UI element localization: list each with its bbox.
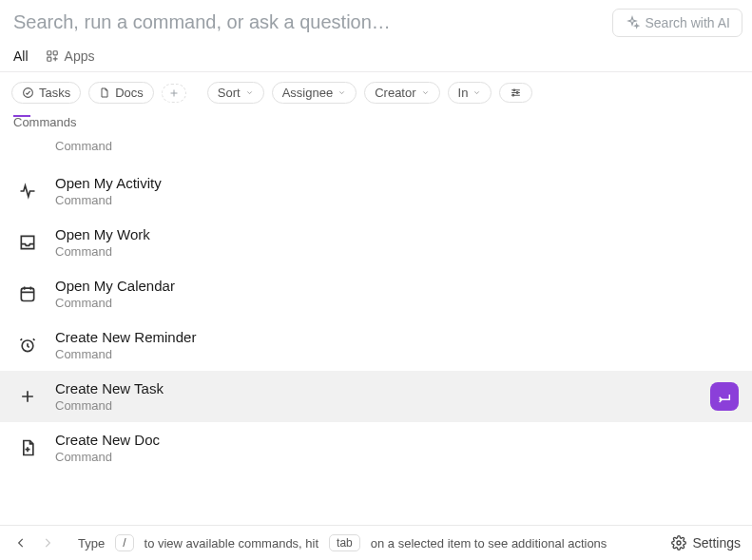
enter-key-badge <box>710 382 739 411</box>
svg-rect-0 <box>47 51 50 55</box>
svg-point-4 <box>513 89 515 91</box>
filter-tasks[interactable]: Tasks <box>11 82 81 104</box>
keycap-slash: / <box>115 534 133 551</box>
sort-dropdown[interactable]: Sort <box>207 82 264 104</box>
search-input[interactable] <box>13 6 605 39</box>
command-create-new-task[interactable]: Create New Task Command <box>0 371 752 422</box>
command-title: Open My Activity <box>55 175 739 191</box>
command-subtitle: Command <box>55 139 739 153</box>
command-title: Open My Calendar <box>55 278 739 294</box>
command-subtitle: Command <box>55 296 739 310</box>
nav-forward-button <box>38 533 57 552</box>
blank-icon <box>17 135 38 156</box>
calendar-icon <box>17 283 38 304</box>
command-title: Create New Task <box>55 380 693 396</box>
footer-hint-mid: to view available commands, hit <box>145 536 319 550</box>
command-subtitle: Command <box>55 347 739 361</box>
svg-rect-7 <box>21 288 33 300</box>
settings-label: Settings <box>692 535 741 550</box>
filter-docs[interactable]: Docs <box>88 82 154 104</box>
check-circle-icon <box>22 87 34 99</box>
filter-add-button[interactable] <box>162 84 186 103</box>
active-tab-underline <box>13 115 30 117</box>
tab-all[interactable]: All <box>13 48 29 71</box>
command-open-my-calendar[interactable]: Open My Calendar Command <box>0 268 752 319</box>
command-title: Create New Reminder <box>55 329 739 345</box>
search-with-ai-label: Search with AI <box>646 15 731 30</box>
command-open-my-activity[interactable]: Open My Activity Command <box>0 165 752 217</box>
chevron-down-icon <box>472 88 481 97</box>
chevron-down-icon <box>337 88 346 97</box>
command-subtitle: Command <box>55 193 739 207</box>
doc-icon <box>99 87 110 99</box>
footer-hint-post: on a selected item to see additional act… <box>371 536 607 550</box>
nav-back-button[interactable] <box>11 533 30 552</box>
command-subtitle: Command <box>55 450 739 464</box>
alarm-icon <box>17 335 38 356</box>
activity-icon <box>17 181 38 202</box>
settings-button[interactable]: Settings <box>671 535 741 550</box>
sparkle-icon <box>625 15 640 30</box>
svg-rect-2 <box>47 57 50 61</box>
plus-icon <box>17 386 38 407</box>
commands-section-label: Commands <box>0 113 752 135</box>
svg-point-5 <box>517 92 519 94</box>
command-subtitle: Command <box>55 244 739 259</box>
command-subtitle: Command <box>55 398 693 413</box>
chevron-down-icon <box>421 88 430 97</box>
filters-row: Tasks Docs Sort Assignee Creator In <box>0 72 752 113</box>
filter-settings-button[interactable] <box>499 83 532 103</box>
creator-dropdown[interactable]: Creator <box>364 82 439 104</box>
command-open-my-work[interactable]: Open My Work Command <box>0 217 752 268</box>
command-title: Open My Work <box>55 226 739 242</box>
sliders-icon <box>510 87 522 99</box>
search-with-ai-button[interactable]: Search with AI <box>612 9 743 37</box>
command-create-new-reminder[interactable]: Create New Reminder Command <box>0 319 752 371</box>
svg-point-9 <box>677 541 681 545</box>
assignee-dropdown[interactable]: Assignee <box>272 82 357 104</box>
footer-hint-pre: Type <box>78 536 105 550</box>
command-title: Create New Doc <box>55 432 739 448</box>
svg-rect-1 <box>53 51 57 55</box>
tab-apps[interactable]: Apps <box>46 48 95 71</box>
apps-icon <box>46 49 59 63</box>
doc-plus-icon <box>17 437 38 458</box>
command-row-truncated[interactable]: Command <box>0 135 752 165</box>
footer-bar: Type / to view available commands, hit t… <box>0 525 752 560</box>
inbox-icon <box>17 232 38 253</box>
gear-icon <box>671 535 686 550</box>
commands-list[interactable]: Command Open My Activity Command Open My… <box>0 135 752 525</box>
chevron-down-icon <box>245 88 254 97</box>
svg-point-6 <box>512 94 514 96</box>
command-create-new-doc[interactable]: Create New Doc Command <box>0 422 752 473</box>
keycap-tab: tab <box>329 534 360 551</box>
in-dropdown[interactable]: In <box>448 82 492 104</box>
